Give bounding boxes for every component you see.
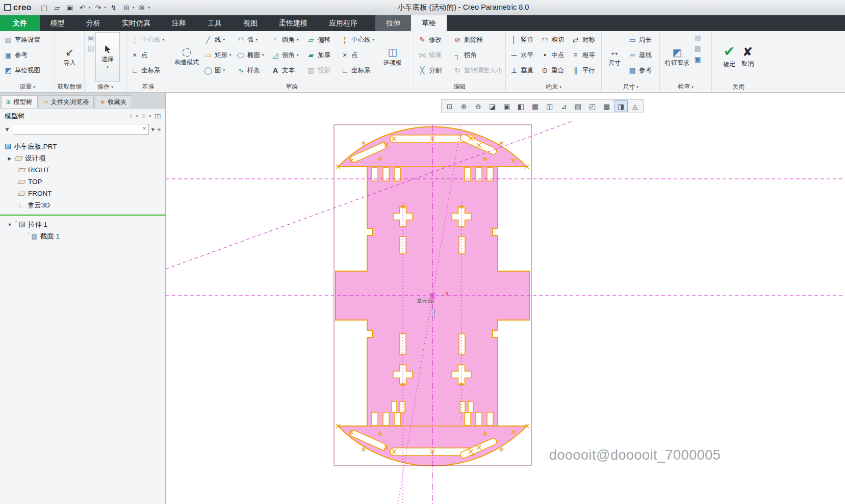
midpoint-constraint-button[interactable]: • 中点: [538, 47, 569, 63]
fillet-button[interactable]: ◜ 圆角 ▾: [269, 32, 304, 47]
dropdown-arrow-icon[interactable]: ▾: [136, 114, 138, 118]
tangent-constraint-button[interactable]: ◠ 相切: [538, 32, 569, 47]
dropdown-arrow-icon[interactable]: ▾: [133, 6, 135, 10]
tree-item-section-1[interactable]: * ▨ 截面 1: [0, 230, 165, 242]
tree-sort-icon[interactable]: ↕: [130, 112, 133, 120]
reference-dim-button[interactable]: ▤ 参考: [626, 63, 657, 78]
add-filter-icon[interactable]: +: [157, 125, 161, 134]
tab-folder-browser[interactable]: ▱ 文件夹浏览器: [39, 95, 94, 108]
tab-favorites[interactable]: ★ 收藏夹: [95, 95, 132, 108]
regenerate-icon[interactable]: ↯: [108, 2, 119, 13]
baseline-button[interactable]: ═ 基线: [626, 47, 657, 63]
sketch-canvas[interactable]: x 拿云3D: [166, 93, 845, 504]
equal-constraint-button[interactable]: = 相等: [569, 47, 600, 63]
expand-arrow-icon[interactable]: ▶: [7, 156, 12, 161]
tree-item-part-root[interactable]: 小车底板.PRT: [0, 141, 165, 152]
graphics-area[interactable]: ⊡ ⊕ ⊖ ◪ ▣ ◧ ▦ ◫ ⊿ ▤ ◰ ▩ ◨ ◬: [166, 93, 845, 504]
overlapping-geometry-icon[interactable]: ▣: [693, 56, 702, 63]
tree-item-extrude-1[interactable]: ▼ * 拉伸 1: [0, 219, 165, 230]
thicken-button[interactable]: ▰ 加厚: [304, 47, 338, 63]
tree-item-right-plane[interactable]: RIGHT: [0, 164, 165, 176]
model-tree-filter-input[interactable]: [13, 124, 149, 135]
text-button[interactable]: A 文本: [269, 63, 304, 78]
undo-icon[interactable]: ↶: [77, 2, 88, 13]
import-button[interactable]: ↙ 导入: [62, 32, 78, 82]
tab-extrude[interactable]: 拉伸: [375, 15, 411, 31]
coincident-constraint-button[interactable]: ⊙ 重合: [538, 63, 569, 78]
filter-dropdown-arrow-icon[interactable]: ▾: [151, 126, 155, 133]
rotate-resize-button[interactable]: ↻ 旋转调整大小: [451, 63, 504, 78]
tree-item-front-plane[interactable]: FRONT: [0, 188, 165, 199]
horizontal-constraint-button[interactable]: ─ 水平: [507, 47, 538, 63]
tab-live-simulation[interactable]: 实时仿真: [111, 15, 161, 31]
tab-applications[interactable]: 应用程序: [318, 15, 368, 31]
symmetric-constraint-button[interactable]: ⇄ 对称: [569, 32, 600, 47]
view-manager-icon[interactable]: ◫: [543, 100, 556, 112]
tab-file[interactable]: 文件: [0, 15, 40, 31]
cancel-button[interactable]: ✘ 取消: [740, 32, 755, 82]
datum-csys-button[interactable]: ∟ 坐标系: [128, 63, 168, 78]
tab-sketch[interactable]: 草绘: [411, 15, 447, 31]
tab-analysis[interactable]: 分析: [75, 15, 111, 31]
perimeter-button[interactable]: ▭ 周长: [626, 32, 657, 47]
datum-centerline-button[interactable]: ¦ 中心线 ▾: [128, 32, 168, 47]
clear-filter-icon[interactable]: ✕: [142, 125, 147, 132]
tree-settings-icon[interactable]: ≡: [142, 112, 146, 120]
dropdown-arrow-icon[interactable]: ▾: [104, 6, 106, 10]
shade-closed-loops-icon[interactable]: ▦: [693, 34, 702, 41]
dropdown-arrow-icon[interactable]: ▾: [149, 114, 151, 118]
group-label-operations[interactable]: 操作▾: [85, 82, 126, 92]
modify-button[interactable]: ✎ 修改: [416, 32, 451, 47]
redo-icon[interactable]: ↷: [92, 2, 104, 13]
insert-here-indicator[interactable]: [0, 215, 165, 216]
tree-columns-icon[interactable]: ◫: [155, 112, 161, 120]
spline-button[interactable]: ∿ 样条: [234, 63, 269, 78]
zoom-in-icon[interactable]: ⊕: [457, 100, 471, 112]
spin-center-icon[interactable]: ◰: [585, 100, 599, 112]
sketch-display-icon[interactable]: ◬: [628, 100, 642, 112]
tab-view[interactable]: 视图: [233, 15, 268, 31]
tab-model[interactable]: 模型: [40, 15, 75, 31]
dimension-button[interactable]: ↔ 尺寸: [603, 32, 626, 82]
palette-button[interactable]: ◫ 选项板: [379, 32, 406, 82]
circle-button[interactable]: ◯ 圆 ▾: [201, 63, 234, 78]
datum-point-button[interactable]: × 点: [128, 47, 168, 63]
sketch-centerline-button[interactable]: ¦ 中心线 ▾: [338, 32, 379, 47]
references-button[interactable]: ▣ 参考: [2, 47, 53, 63]
grid-display-icon[interactable]: ▩: [600, 100, 613, 112]
sketch-view-button[interactable]: ◩ 草绘视图: [2, 63, 53, 78]
open-file-icon[interactable]: ▱: [52, 2, 63, 13]
windows-icon[interactable]: ⊞: [121, 2, 132, 13]
group-label-dimension[interactable]: 尺寸▾: [602, 82, 659, 92]
annotation-display-icon[interactable]: ▤: [571, 100, 585, 112]
group-label-constrain[interactable]: 约束▾: [506, 82, 601, 92]
sketch-point-button[interactable]: × 点: [338, 47, 379, 63]
ok-button[interactable]: ✔ 确定: [722, 32, 737, 82]
tab-annotate[interactable]: 注释: [161, 15, 197, 31]
zoom-out-icon[interactable]: ⊖: [471, 100, 485, 112]
project-button[interactable]: ▥ 投影: [304, 63, 338, 78]
divide-button[interactable]: ╳ 分割: [416, 63, 451, 78]
tab-model-tree[interactable]: ⊞ 模型树: [1, 95, 38, 108]
saved-views-icon[interactable]: ▦: [528, 100, 542, 112]
select-button[interactable]: 选择 ▾: [95, 32, 120, 82]
sketch-csys-button[interactable]: ∟ 坐标系: [338, 63, 379, 78]
parallel-constraint-button[interactable]: ∥ 平行: [569, 63, 600, 78]
arc-button[interactable]: ◠ 弧 ▾: [234, 32, 269, 47]
perpendicular-constraint-button[interactable]: ⊥ 垂直: [507, 63, 538, 78]
ellipse-button[interactable]: ◯ 椭圆 ▾: [234, 47, 269, 63]
sketch-setup-button[interactable]: ▦ 草绘设置: [2, 32, 53, 47]
customize-toolbar-arrow-icon[interactable]: ▾: [148, 6, 150, 10]
save-icon[interactable]: ▣: [64, 2, 75, 13]
group-label-inspect[interactable]: 检查▾: [660, 82, 711, 92]
rectangle-button[interactable]: ▭ 矩形 ▾: [201, 47, 234, 63]
offset-button[interactable]: ▱ 偏移: [304, 32, 338, 47]
dropdown-arrow-icon[interactable]: ▾: [89, 6, 91, 10]
feature-requirements-button[interactable]: ◩ 特征要求: [661, 32, 693, 82]
display-style-icon[interactable]: ◧: [514, 100, 528, 112]
close-window-icon[interactable]: ⊠: [136, 2, 147, 13]
repaint-icon[interactable]: ◪: [485, 100, 499, 112]
copy-icon[interactable]: ▣: [86, 34, 95, 41]
group-label-settings[interactable]: 设置▾: [0, 82, 55, 92]
tab-tools[interactable]: 工具: [197, 15, 233, 31]
